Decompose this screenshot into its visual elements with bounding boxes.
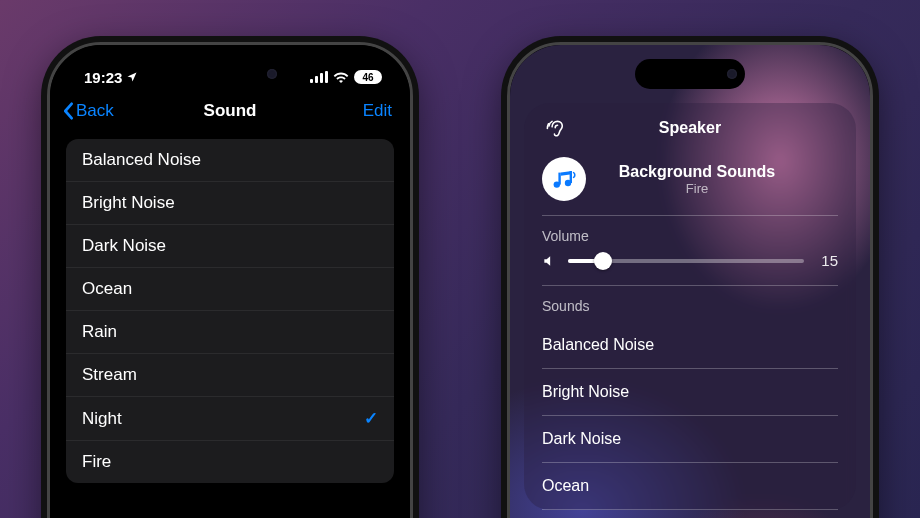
sound-row[interactable]: Rain	[66, 311, 394, 354]
sound-row[interactable]: Bright Noise	[66, 182, 394, 225]
sound-row[interactable]: Dark Noise	[66, 225, 394, 268]
output-title[interactable]: Speaker	[659, 119, 721, 137]
sound-row[interactable]: Night✓	[66, 397, 394, 441]
panel-header: Speaker	[542, 117, 838, 151]
ear-icon	[546, 119, 566, 141]
sound-label: Dark Noise	[82, 236, 166, 256]
sound-label: Balanced Noise	[82, 150, 201, 170]
edit-button[interactable]: Edit	[363, 101, 392, 121]
cc-sound-row[interactable]: Balanced Noise	[542, 322, 838, 369]
sound-label: Ocean	[82, 279, 132, 299]
sound-label: Rain	[82, 322, 117, 342]
phone-left: 19:23 46	[47, 42, 413, 518]
sound-list: Balanced NoiseBright NoiseDark NoiseOcea…	[66, 139, 394, 483]
now-playing[interactable]: Background Sounds Fire	[542, 151, 838, 216]
sound-row[interactable]: Fire	[66, 441, 394, 483]
cc-sound-row[interactable]: Bright Noise	[542, 369, 838, 416]
status-time: 19:23	[84, 69, 122, 86]
battery-icon: 46	[354, 70, 382, 84]
signal-icon	[310, 71, 328, 83]
location-icon	[126, 71, 138, 83]
volume-row: 15	[542, 252, 838, 286]
svg-rect-3	[325, 71, 328, 83]
wifi-icon	[333, 71, 349, 83]
sounds-label: Sounds	[542, 286, 838, 322]
sound-label: Night	[82, 409, 122, 429]
volume-label: Volume	[542, 216, 838, 252]
control-center-screen: Speaker Background Sounds Fire Volume	[510, 45, 870, 518]
svg-rect-2	[320, 73, 323, 83]
cc-sound-row[interactable]: Dark Noise	[542, 416, 838, 463]
volume-slider[interactable]	[568, 259, 804, 263]
now-playing-subtitle: Fire	[686, 181, 708, 196]
svg-rect-1	[315, 76, 318, 83]
slider-thumb[interactable]	[594, 252, 612, 270]
phone-right: Speaker Background Sounds Fire Volume	[507, 42, 873, 518]
volume-value: 15	[816, 252, 838, 269]
sound-row[interactable]: Balanced Noise	[66, 139, 394, 182]
sound-label: Bright Noise	[82, 193, 175, 213]
cc-sound-list: Balanced NoiseBright NoiseDark NoiseOcea…	[542, 322, 838, 510]
sound-row[interactable]: Stream	[66, 354, 394, 397]
nav-bar: Back Sound Edit	[50, 93, 410, 131]
dynamic-island	[175, 59, 285, 89]
checkmark-icon: ✓	[364, 408, 378, 429]
speaker-icon	[542, 254, 556, 268]
sound-row[interactable]: Ocean	[66, 268, 394, 311]
svg-rect-0	[310, 79, 313, 83]
sound-label: Stream	[82, 365, 137, 385]
page-title: Sound	[204, 101, 257, 121]
now-playing-title: Background Sounds	[619, 163, 775, 181]
chevron-left-icon	[62, 102, 74, 120]
audio-panel: Speaker Background Sounds Fire Volume	[524, 103, 856, 510]
back-label: Back	[76, 101, 114, 121]
back-button[interactable]: Back	[62, 101, 114, 121]
cc-sound-row[interactable]: Ocean	[542, 463, 838, 510]
sound-label: Fire	[82, 452, 111, 472]
settings-screen: 19:23 46	[50, 45, 410, 518]
dynamic-island	[635, 59, 745, 89]
